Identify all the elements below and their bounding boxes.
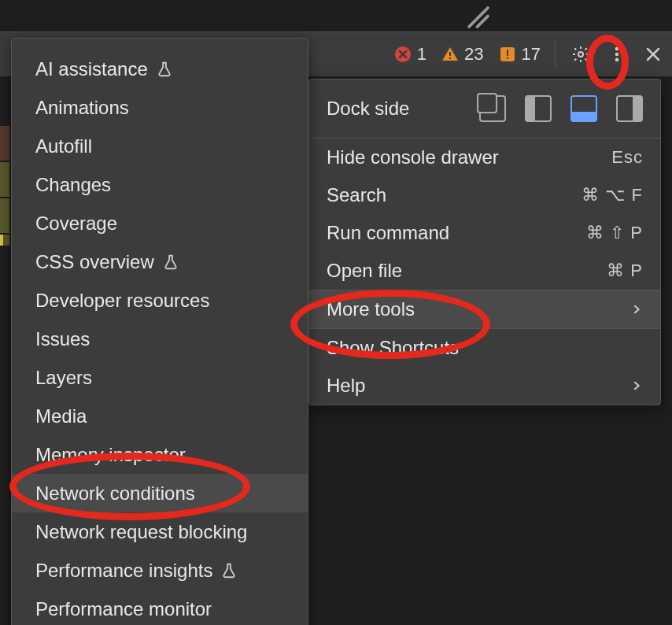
submenu-item-label: Media — [35, 405, 87, 427]
submenu-item-ai-assistance[interactable]: AI assistance — [12, 50, 308, 88]
svg-rect-6 — [507, 50, 508, 56]
submenu-item-label: Network request blocking — [35, 521, 247, 543]
close-button[interactable] — [642, 43, 664, 65]
dock-side-label: Dock side — [327, 98, 409, 120]
submenu-item-label: Coverage — [35, 213, 117, 235]
error-count[interactable]: 1 — [393, 44, 426, 65]
menu-item-shortcut: ⌘ ⌥ F — [582, 185, 643, 205]
separator — [555, 42, 556, 67]
settings-button[interactable] — [570, 43, 592, 65]
submenu-item-performance-insights[interactable]: Performance insights — [12, 551, 308, 590]
chevron-right-icon — [630, 298, 643, 320]
svg-rect-3 — [449, 52, 451, 56]
submenu-item-label: AI assistance — [35, 58, 148, 80]
menu-more-tools[interactable]: More tools — [309, 290, 660, 328]
dock-right-button[interactable] — [616, 95, 643, 122]
submenu-item-label: Network conditions — [35, 483, 195, 505]
menu-hide-console-drawer[interactable]: Hide console drawer Esc — [309, 139, 660, 176]
menu-item-shortcut: ⌘ P — [607, 261, 643, 281]
edge-marker — [0, 126, 9, 161]
resize-handle-icon[interactable] — [464, 3, 493, 35]
menu-item-shortcut: ⌘ ⇧ P — [586, 223, 643, 243]
menu-open-file[interactable]: Open file ⌘ P — [309, 252, 660, 290]
svg-rect-7 — [507, 57, 508, 59]
edge-marker — [0, 235, 3, 246]
menu-item-label: Show Shortcuts — [327, 337, 459, 359]
submenu-item-autofill[interactable]: Autofill — [12, 127, 308, 165]
devtools-main-menu: Dock side Hide console drawer Esc Search… — [308, 79, 661, 405]
submenu-item-label: Issues — [35, 328, 90, 350]
svg-point-9 — [615, 47, 619, 51]
svg-point-11 — [615, 58, 619, 62]
submenu-item-label: Layers — [35, 367, 92, 389]
dock-side-row: Dock side — [309, 80, 660, 138]
submenu-item-css-overview[interactable]: CSS overview — [12, 242, 308, 281]
submenu-item-media[interactable]: Media — [12, 397, 308, 435]
submenu-item-label: Performance insights — [35, 560, 212, 582]
submenu-item-layers[interactable]: Layers — [12, 358, 308, 397]
dock-bottom-button[interactable] — [570, 95, 597, 122]
warning-count[interactable]: 23 — [441, 44, 483, 65]
svg-rect-4 — [449, 57, 451, 59]
menu-item-label: Help — [327, 375, 365, 397]
more-tools-submenu: AI assistanceAnimationsAutofillChangesCo… — [11, 38, 308, 625]
menu-show-shortcuts[interactable]: Show Shortcuts — [309, 329, 660, 367]
error-count-value: 1 — [417, 44, 426, 65]
dock-undock-button[interactable] — [479, 95, 506, 122]
submenu-item-label: CSS overview — [35, 251, 154, 273]
menu-item-label: Open file — [327, 260, 402, 282]
submenu-item-label: Memory inspector — [35, 444, 186, 466]
flask-icon — [162, 253, 179, 271]
submenu-item-coverage[interactable]: Coverage — [12, 204, 308, 242]
submenu-item-label: Autofill — [35, 135, 92, 157]
status-counters: 1 23 17 — [393, 44, 541, 65]
edge-marker — [0, 198, 9, 233]
submenu-item-developer-resources[interactable]: Developer resources — [12, 281, 308, 320]
chevron-right-icon — [630, 375, 643, 397]
flask-icon — [220, 562, 238, 579]
menu-item-label: Search — [327, 184, 386, 206]
submenu-item-network-request-blocking[interactable]: Network request blocking — [12, 512, 308, 551]
kebab-menu-button[interactable] — [606, 43, 628, 65]
submenu-item-performance-monitor[interactable]: Performance monitor — [12, 590, 308, 625]
svg-point-8 — [578, 52, 583, 57]
menu-item-label: Run command — [327, 222, 449, 244]
issue-count[interactable]: 17 — [498, 44, 541, 65]
menu-search[interactable]: Search ⌘ ⌥ F — [309, 176, 660, 214]
menu-item-label: Hide console drawer — [327, 146, 499, 168]
submenu-item-network-conditions[interactable]: Network conditions — [12, 474, 308, 512]
edge-marker — [0, 162, 9, 197]
submenu-item-label: Developer resources — [35, 290, 209, 312]
submenu-item-issues[interactable]: Issues — [12, 320, 308, 358]
menu-help[interactable]: Help — [309, 367, 660, 405]
submenu-item-label: Changes — [35, 174, 111, 196]
menu-item-shortcut: Esc — [611, 147, 643, 168]
issue-count-value: 17 — [522, 44, 541, 65]
menu-item-label: More tools — [327, 298, 415, 320]
submenu-item-animations[interactable]: Animations — [12, 88, 308, 127]
submenu-item-label: Performance monitor — [35, 598, 212, 620]
svg-point-10 — [615, 53, 619, 57]
warning-count-value: 23 — [464, 44, 483, 65]
submenu-item-label: Animations — [35, 97, 129, 119]
submenu-item-memory-inspector[interactable]: Memory inspector — [12, 435, 308, 474]
dock-left-button[interactable] — [525, 95, 552, 122]
menu-run-command[interactable]: Run command ⌘ ⇧ P — [309, 214, 660, 252]
submenu-item-changes[interactable]: Changes — [12, 165, 308, 204]
flask-icon — [156, 61, 173, 78]
